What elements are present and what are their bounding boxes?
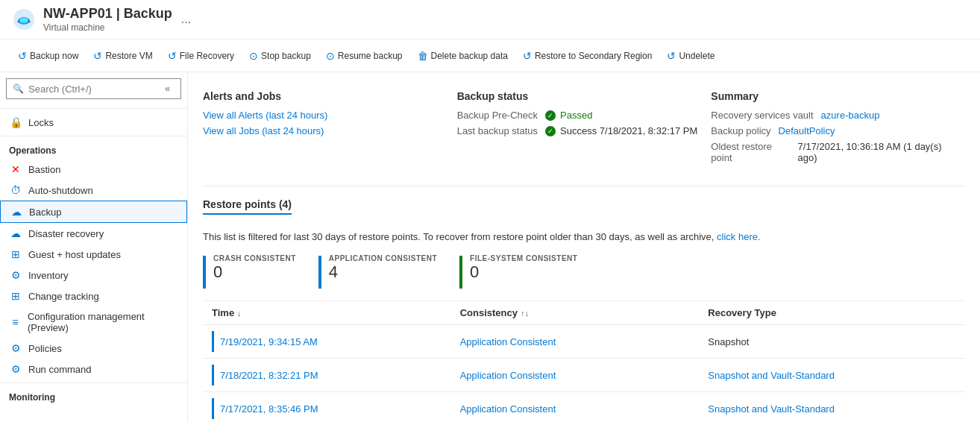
crash-consistent-bar bbox=[203, 256, 206, 289]
stop-backup-label: Stop backup bbox=[261, 51, 311, 61]
table-header-row: Time ↓ Consistency ↑↓ Recovery Type bbox=[203, 301, 965, 325]
table-row[interactable]: 7/17/2021, 8:35:46 PM Application Consis… bbox=[203, 392, 965, 422]
sidebar-item-locks-label: Locks bbox=[28, 117, 54, 128]
row3-recovery-type[interactable]: Snapshot and Vault-Standard bbox=[708, 403, 956, 415]
stop-backup-button[interactable]: ⊙ Stop backup bbox=[243, 47, 317, 65]
sidebar-item-auto-shutdown[interactable]: ⏱ Auto-shutdown bbox=[0, 180, 187, 201]
sidebar-divider-1 bbox=[0, 136, 187, 136]
backup-status-panel: Backup status Backup Pre-Check Passed La… bbox=[457, 84, 712, 174]
consistency-sort-icon[interactable]: ↑↓ bbox=[521, 309, 529, 318]
sidebar-item-change-tracking[interactable]: ⊞ Change tracking bbox=[0, 286, 187, 306]
backup-now-icon: ↺ bbox=[18, 50, 27, 62]
sidebar-item-config-management-label: Configuration management (Preview) bbox=[28, 311, 178, 333]
last-backup-label: Last backup status bbox=[457, 125, 538, 136]
collapse-sidebar-button[interactable]: « bbox=[160, 82, 175, 95]
row2-recovery-type[interactable]: Snapshot and Vault-Standard bbox=[708, 370, 956, 381]
restore-vm-icon: ↺ bbox=[93, 50, 102, 62]
recovery-type-header-label: Recovery Type bbox=[708, 307, 776, 318]
sidebar-item-inventory[interactable]: ⚙ Inventory bbox=[0, 265, 187, 286]
summary-panel: Summary Recovery services vault azure-ba… bbox=[711, 84, 965, 174]
restore-notice-link[interactable]: click here. bbox=[717, 231, 761, 242]
sidebar-item-config-management[interactable]: ≡ Configuration management (Preview) bbox=[0, 306, 187, 338]
sidebar-item-policies[interactable]: ⚙ Policies bbox=[0, 338, 187, 359]
app-icon bbox=[12, 7, 36, 31]
file-recovery-icon: ↺ bbox=[168, 50, 177, 62]
backup-status-title: Backup status bbox=[457, 90, 700, 102]
summary-title: Summary bbox=[711, 90, 953, 102]
restore-secondary-label: Restore to Secondary Region bbox=[535, 51, 652, 61]
row1-time-link[interactable]: 7/19/2021, 9:34:15 AM bbox=[220, 336, 318, 347]
operations-section-label: Operations bbox=[0, 139, 187, 159]
row3-time-link[interactable]: 7/17/2021, 8:35:46 PM bbox=[220, 403, 318, 415]
resume-backup-label: Resume backup bbox=[338, 51, 403, 61]
crash-consistent-label: CRASH CONSISTENT bbox=[213, 254, 296, 262]
restore-vm-button[interactable]: ↺ Restore VM bbox=[87, 47, 158, 65]
sidebar-item-guest-host-updates[interactable]: ⊞ Guest + host updates bbox=[0, 244, 187, 265]
time-header-label: Time bbox=[212, 307, 234, 318]
sidebar-item-disaster-recovery[interactable]: ☁ Disaster recovery bbox=[0, 223, 187, 244]
stop-backup-icon: ⊙ bbox=[249, 50, 258, 62]
sidebar-item-bastion-label: Bastion bbox=[28, 164, 60, 175]
row1-recovery-type: Snapshot bbox=[708, 336, 956, 347]
top-header: NW-APP01 | Backup Virtual machine ... bbox=[0, 0, 980, 40]
undelete-icon: ↺ bbox=[667, 50, 676, 62]
guest-host-icon: ⊞ bbox=[9, 248, 22, 260]
row1-indicator bbox=[212, 331, 214, 352]
precheck-label: Backup Pre-Check bbox=[457, 110, 538, 121]
view-alerts-link[interactable]: View all Alerts (last 24 hours) bbox=[203, 110, 327, 121]
table-row[interactable]: 7/19/2021, 9:34:15 AM Application Consis… bbox=[203, 325, 965, 359]
sidebar-item-backup-label: Backup bbox=[29, 207, 61, 218]
consistency-column-header: Consistency ↑↓ bbox=[460, 307, 709, 318]
run-command-icon: ⚙ bbox=[9, 363, 22, 375]
file-recovery-label: File Recovery bbox=[180, 51, 234, 61]
lock-icon: 🔒 bbox=[9, 116, 22, 128]
more-options-button[interactable]: ... bbox=[181, 13, 191, 26]
policy-link[interactable]: DefaultPolicy bbox=[779, 125, 835, 136]
vault-link[interactable]: azure-backup bbox=[821, 110, 880, 121]
sidebar-item-locks[interactable]: 🔒 Locks bbox=[0, 112, 187, 133]
row3-time: 7/17/2021, 8:35:46 PM bbox=[212, 398, 460, 419]
backup-icon: ☁ bbox=[10, 206, 23, 218]
sidebar-divider-top bbox=[0, 108, 187, 109]
restore-notice: This list is filtered for last 30 days o… bbox=[203, 231, 965, 242]
app-consistent-bar bbox=[318, 256, 321, 289]
svg-point-2 bbox=[19, 18, 28, 23]
sidebar-item-run-command[interactable]: ⚙ Run command bbox=[0, 359, 187, 380]
policies-icon: ⚙ bbox=[9, 342, 22, 354]
sidebar-item-backup[interactable]: ☁ Backup bbox=[0, 201, 187, 223]
page-title: NW-APP01 | Backup bbox=[43, 6, 172, 22]
oldest-label: Oldest restore point bbox=[711, 141, 790, 163]
sidebar-item-policies-label: Policies bbox=[28, 343, 62, 354]
restore-secondary-button[interactable]: ↺ Restore to Secondary Region bbox=[517, 47, 658, 65]
row2-consistency[interactable]: Application Consistent bbox=[460, 370, 709, 381]
filesystem-consistent-label: FILE-SYSTEM CONSISTENT bbox=[470, 254, 577, 262]
page-subtitle: Virtual machine bbox=[43, 22, 172, 33]
row1-consistency[interactable]: Application Consistent bbox=[460, 336, 709, 347]
time-sort-icon[interactable]: ↓ bbox=[237, 309, 242, 318]
view-jobs-link[interactable]: View all Jobs (last 24 hours) bbox=[203, 125, 324, 136]
sidebar-item-change-tracking-label: Change tracking bbox=[28, 291, 99, 302]
search-input[interactable] bbox=[28, 84, 160, 95]
policy-row: Backup policy DefaultPolicy bbox=[711, 125, 953, 136]
app-consistent-label: APPLICATION CONSISTENT bbox=[329, 254, 437, 262]
restore-vm-label: Restore VM bbox=[105, 51, 152, 61]
change-tracking-icon: ⊞ bbox=[9, 290, 22, 302]
backup-now-button[interactable]: ↺ Backup now bbox=[12, 47, 84, 65]
resume-backup-icon: ⊙ bbox=[326, 50, 335, 62]
recovery-type-column-header: Recovery Type bbox=[708, 307, 956, 318]
sidebar-item-run-command-label: Run command bbox=[28, 364, 92, 375]
vault-row: Recovery services vault azure-backup bbox=[711, 110, 953, 121]
table-row[interactable]: 7/18/2021, 8:32:21 PM Application Consis… bbox=[203, 359, 965, 392]
filesystem-consistent-item: FILE-SYSTEM CONSISTENT 0 bbox=[459, 254, 600, 289]
row1-time: 7/19/2021, 9:34:15 AM bbox=[212, 331, 460, 352]
resume-backup-button[interactable]: ⊙ Resume backup bbox=[320, 47, 409, 65]
policy-label: Backup policy bbox=[711, 125, 770, 136]
undelete-button[interactable]: ↺ Undelete bbox=[661, 47, 720, 65]
alerts-jobs-title: Alerts and Jobs bbox=[203, 90, 445, 102]
sidebar-item-bastion[interactable]: ✕ Bastion bbox=[0, 159, 187, 180]
delete-backup-button[interactable]: 🗑 Delete backup data bbox=[412, 47, 514, 65]
row2-time-link[interactable]: 7/18/2021, 8:32:21 PM bbox=[220, 370, 318, 381]
row3-consistency[interactable]: Application Consistent bbox=[460, 403, 709, 415]
file-recovery-button[interactable]: ↺ File Recovery bbox=[162, 47, 240, 65]
toolbar: ↺ Backup now ↺ Restore VM ↺ File Recover… bbox=[0, 40, 980, 72]
